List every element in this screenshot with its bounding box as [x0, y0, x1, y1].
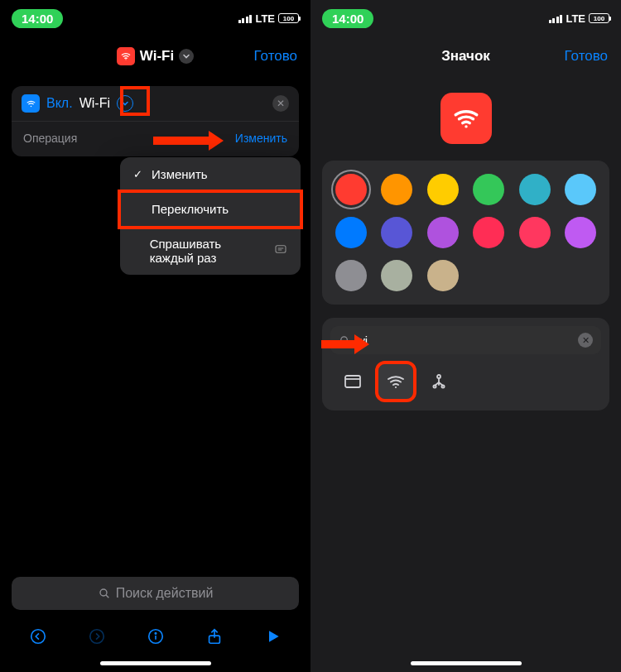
icon-preview [310, 76, 621, 154]
toolbar [0, 617, 310, 656]
shortcut-icon [117, 47, 135, 65]
color-grid [334, 174, 598, 291]
popup-item-ask[interactable]: Спрашивать каждый раз [120, 227, 301, 275]
preview-wifi-icon [440, 93, 492, 144]
svg-point-4 [31, 630, 45, 644]
svg-rect-2 [276, 245, 286, 252]
battery-icon: 100 [589, 13, 609, 23]
nav-bar: Значок Готово [310, 36, 621, 76]
home-indicator [100, 661, 211, 665]
glyph-search-field[interactable]: ✕ [330, 326, 601, 354]
battery-icon: 100 [278, 13, 299, 23]
color-swatch[interactable] [427, 174, 459, 205]
popup-item-toggle[interactable]: Переключить [120, 192, 301, 227]
operation-popup: ✓ Изменить Переключить Спрашивать каждый… [120, 157, 301, 275]
wifi-label: Wi-Fi [79, 96, 110, 111]
done-button[interactable]: Готово [565, 48, 609, 65]
color-swatch[interactable] [565, 174, 596, 205]
undo-button[interactable] [25, 623, 51, 650]
svg-point-9 [465, 125, 467, 127]
checkmark-icon: ✓ [133, 168, 145, 180]
info-button[interactable] [142, 623, 169, 650]
popup-item-label: Спрашивать каждый раз [150, 237, 267, 265]
glyph-search-input[interactable] [356, 334, 573, 348]
glyph-search-panel: ✕ [322, 318, 609, 410]
annotation-arrow-1 [153, 132, 224, 149]
on-label: Вкл. [46, 96, 73, 111]
nav-title: Значок [441, 48, 490, 65]
home-indicator [411, 661, 522, 665]
signal-icon [549, 14, 563, 23]
status-bar: 14:00 LTE 100 [310, 0, 621, 36]
color-swatch[interactable] [335, 217, 367, 248]
popup-item-label: Переключить [152, 202, 229, 216]
color-panel [322, 161, 609, 305]
nav-title-group[interactable]: Wi-Fi [117, 47, 194, 65]
svg-point-5 [89, 630, 104, 644]
operation-label: Операция [23, 132, 77, 145]
color-swatch[interactable] [473, 174, 504, 205]
svg-rect-11 [345, 376, 360, 387]
redo-button[interactable] [84, 623, 110, 650]
status-bar: 14:00 LTE 100 [0, 0, 310, 36]
color-swatch[interactable] [519, 174, 551, 205]
svg-point-7 [155, 633, 156, 634]
glyph-results [330, 354, 601, 402]
color-swatch[interactable] [335, 260, 367, 291]
status-time: 14:00 [322, 9, 373, 28]
svg-point-3 [100, 589, 107, 596]
color-swatch[interactable] [335, 174, 367, 205]
svg-point-0 [125, 59, 126, 60]
left-screen: 14:00 LTE 100 Wi-Fi Готово [0, 0, 310, 672]
color-swatch[interactable] [519, 217, 551, 248]
popup-item-change[interactable]: ✓ Изменить [120, 157, 301, 192]
nav-bar: Wi-Fi Готово [0, 36, 310, 76]
color-swatch[interactable] [427, 217, 459, 248]
action-row[interactable]: Вкл. Wi-Fi ✕ [12, 86, 299, 121]
glyph-wifi-icon[interactable] [378, 364, 413, 399]
signal-icon [238, 14, 253, 23]
text-bubble-icon [274, 243, 287, 259]
chevron-down-icon [179, 49, 194, 64]
annotation-highlight-chevron [120, 86, 150, 116]
status-time: 14:00 [12, 9, 63, 28]
network-label: LTE [255, 12, 275, 25]
status-right: LTE 100 [238, 12, 299, 25]
svg-point-12 [395, 386, 397, 388]
network-label: LTE [566, 12, 585, 25]
share-button[interactable] [201, 623, 228, 650]
search-area: Поиск действий [0, 577, 310, 617]
search-placeholder: Поиск действий [116, 586, 214, 601]
popup-item-label: Изменить [152, 167, 208, 181]
clear-action-button[interactable]: ✕ [272, 95, 289, 112]
color-swatch[interactable] [381, 260, 412, 291]
glyph-firewire-icon[interactable] [421, 364, 456, 399]
color-swatch[interactable] [427, 260, 459, 291]
status-right: LTE 100 [549, 12, 609, 25]
glyph-window-icon[interactable] [335, 364, 370, 399]
wifi-badge-icon [22, 94, 40, 113]
run-button[interactable] [260, 623, 286, 650]
search-actions-field[interactable]: Поиск действий [12, 577, 299, 610]
done-button[interactable]: Готово [254, 48, 298, 65]
search-icon [98, 587, 111, 600]
annotation-arrow-2 [321, 336, 369, 353]
nav-title: Wi-Fi [140, 48, 174, 65]
change-link[interactable]: Изменить [235, 132, 287, 145]
svg-point-1 [30, 105, 31, 107]
clear-search-button[interactable]: ✕ [578, 333, 593, 348]
color-swatch[interactable] [381, 217, 412, 248]
color-swatch[interactable] [473, 217, 504, 248]
color-swatch[interactable] [565, 217, 596, 248]
color-swatch[interactable] [381, 174, 412, 205]
